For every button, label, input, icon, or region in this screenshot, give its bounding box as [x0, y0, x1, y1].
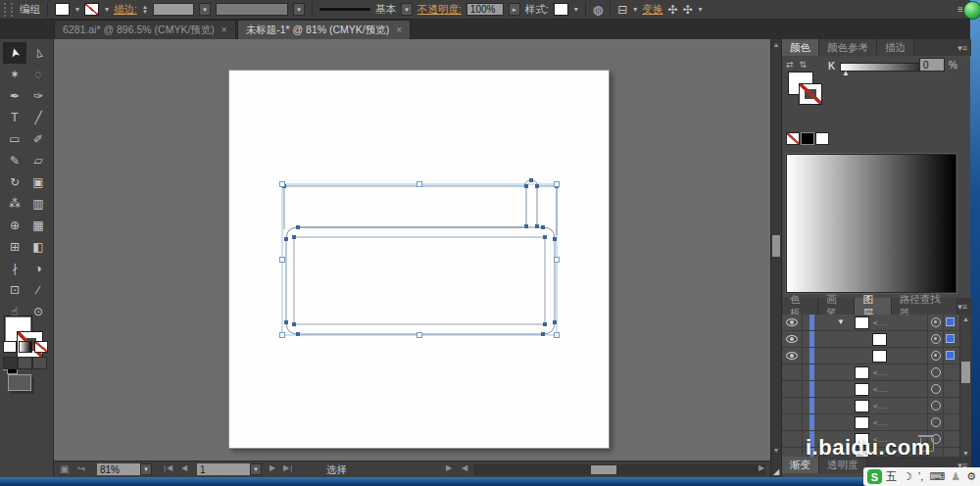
k-slider-thumb[interactable]: ▲ [842, 69, 850, 77]
stroke-weight-stepper[interactable]: ▲▼ [142, 5, 148, 15]
pencil-tool[interactable]: ✎ [3, 150, 26, 171]
align-options-icon[interactable]: ⊟ [617, 3, 627, 17]
color-button[interactable] [3, 341, 17, 353]
close-icon[interactable]: × [396, 24, 402, 35]
tab-描边[interactable]: 描边 [877, 39, 914, 56]
rectangle-tool[interactable]: ▭ [3, 128, 26, 150]
selection-tool[interactable]: ➤ [3, 42, 26, 64]
last-artboard-button[interactable]: ▶| [283, 463, 293, 472]
gradient-tool[interactable]: ◧ [26, 236, 50, 258]
brush-definition-label[interactable]: 基本 [375, 3, 396, 17]
layers-scroll-up-icon[interactable]: ▲ [960, 316, 971, 322]
ime-logo[interactable]: S [867, 469, 882, 484]
white-swatch[interactable] [815, 132, 829, 145]
ink-pen-tool[interactable]: ✑ [26, 85, 50, 107]
layer-target-icon[interactable] [931, 367, 941, 377]
shape-builder-tool[interactable]: ⊕ [3, 215, 26, 236]
none-swatch[interactable] [786, 132, 800, 145]
slice-tool[interactable]: ∕ [26, 279, 50, 301]
direct-selection-tool[interactable]: ▻ [26, 42, 50, 64]
paintbrush-tool[interactable]: ✐ [26, 128, 50, 150]
layer-thumbnail[interactable] [855, 383, 869, 396]
opacity-dropdown[interactable]: ▸ [509, 3, 520, 16]
layer-row[interactable] [782, 331, 959, 348]
tab-画笔[interactable]: 画笔 [818, 298, 855, 315]
layer-selection-indicator[interactable] [946, 334, 955, 343]
stroke-weight-field[interactable] [153, 3, 194, 16]
blend-tool[interactable]: ◑ [26, 258, 50, 279]
zoom-dropdown[interactable]: ▾ [140, 463, 152, 475]
layer-target-icon[interactable] [931, 401, 941, 411]
brush-definition-dropdown[interactable]: ▾ [401, 3, 413, 16]
layer-target-icon[interactable] [931, 384, 941, 394]
tab-路径查找器[interactable]: 路径查找器 [892, 298, 958, 315]
magic-wand-tool[interactable]: ✶ [3, 64, 26, 85]
hscroll-right-icon[interactable]: ▶ [759, 463, 765, 472]
tab-颜色参考[interactable]: 颜色参考 [819, 39, 877, 56]
hscroll-left-icon[interactable]: ◀ [462, 463, 468, 472]
fill-color-swatch[interactable] [55, 3, 70, 16]
layer-thumbnail[interactable] [855, 400, 869, 413]
artboard-tool[interactable]: ⊡ [3, 279, 26, 301]
punctuation-icon[interactable]: ’, [918, 469, 924, 484]
panel-menu-icon[interactable]: ▾≡ [957, 298, 971, 315]
eraser-tool[interactable]: ▱ [26, 150, 50, 171]
layers-scroll-down-icon[interactable]: ▼ [960, 450, 971, 457]
layer-selection-indicator[interactable] [946, 317, 955, 326]
document-tab-active[interactable]: 未标题-1* @ 81% (CMYK/预览) × [237, 20, 411, 39]
tab-颜色[interactable]: 颜色 [782, 39, 819, 56]
layers-scrollbar[interactable]: ▲ ▼ [959, 315, 971, 462]
swap-fill-stroke-icon[interactable]: ⇄ [786, 60, 794, 70]
expand-triangle-icon[interactable]: ▼ [837, 317, 845, 326]
visibility-eye-icon[interactable] [786, 335, 798, 343]
draw-normal-button[interactable] [3, 357, 18, 369]
fill-stroke-toggle-icon[interactable]: ⇅ [800, 60, 808, 70]
layer-target-icon[interactable] [931, 334, 941, 344]
visibility-eye-icon[interactable] [786, 318, 798, 326]
panel-grip-icon[interactable] [4, 3, 13, 17]
layer-target-icon[interactable] [931, 417, 941, 427]
canvas[interactable] [54, 39, 770, 461]
width-profile-dropdown[interactable]: ▾ [293, 3, 305, 16]
recolor-artwork-icon[interactable]: ◍ [593, 3, 603, 17]
tab-图层[interactable]: 图层 [855, 298, 891, 315]
transform-link[interactable]: 变换 [642, 3, 662, 17]
gradient-preview[interactable] [786, 154, 956, 293]
layer-thumbnail[interactable] [872, 350, 887, 363]
lasso-tool[interactable]: ◌ [26, 64, 50, 85]
stroke-link[interactable]: 描边: [114, 3, 137, 17]
tab-色板[interactable]: 色板 [782, 298, 818, 315]
pen-tool[interactable]: ✒ [3, 85, 26, 107]
artboard-dropdown[interactable]: ▾ [250, 463, 262, 475]
layers-scroll-thumb[interactable] [961, 362, 970, 383]
graph-tool[interactable]: ▦ [26, 215, 50, 236]
draw-inside-button[interactable] [32, 357, 47, 369]
next-artboard-button[interactable]: ▶ [270, 463, 276, 472]
vertical-scroll-thumb[interactable] [772, 235, 780, 257]
color-stroke-swatch[interactable] [799, 83, 822, 105]
moon-icon[interactable]: ☽ [903, 469, 912, 484]
layer-thumbnail[interactable] [855, 416, 869, 429]
stroke-dropdown-icon[interactable]: ▾ [105, 5, 109, 14]
rotate-tool[interactable]: ↻ [3, 171, 26, 193]
document-tab[interactable]: 6281.ai* @ 896.5% (CMYK/预览) × [54, 20, 236, 39]
zoom-level-field[interactable]: 81% [97, 463, 140, 475]
close-icon[interactable]: × [221, 24, 227, 35]
panel-menu-icon[interactable]: ▾≡ [957, 39, 971, 56]
none-button[interactable] [34, 341, 48, 353]
collapse-panels-icon[interactable]: ≡ [957, 4, 962, 15]
layer-row[interactable]: <... [782, 398, 959, 414]
black-swatch[interactable] [801, 132, 814, 145]
opacity-link[interactable]: 不透明度: [417, 3, 462, 17]
horizontal-scrollbar[interactable] [473, 464, 765, 475]
visibility-eye-icon[interactable] [786, 352, 798, 360]
layer-selection-indicator[interactable] [946, 351, 955, 360]
edit-symbols-icon[interactable]: ✣ [682, 3, 692, 17]
layer-row[interactable] [782, 348, 959, 364]
k-value-field[interactable]: 0 [919, 58, 945, 72]
type-tool[interactable]: T [3, 107, 26, 128]
green-status-ball[interactable] [963, 1, 980, 20]
column-graph-tool[interactable]: ▥ [26, 193, 50, 215]
layer-row[interactable]: <... [782, 381, 959, 398]
wubi-mode[interactable]: 五 [886, 469, 897, 484]
